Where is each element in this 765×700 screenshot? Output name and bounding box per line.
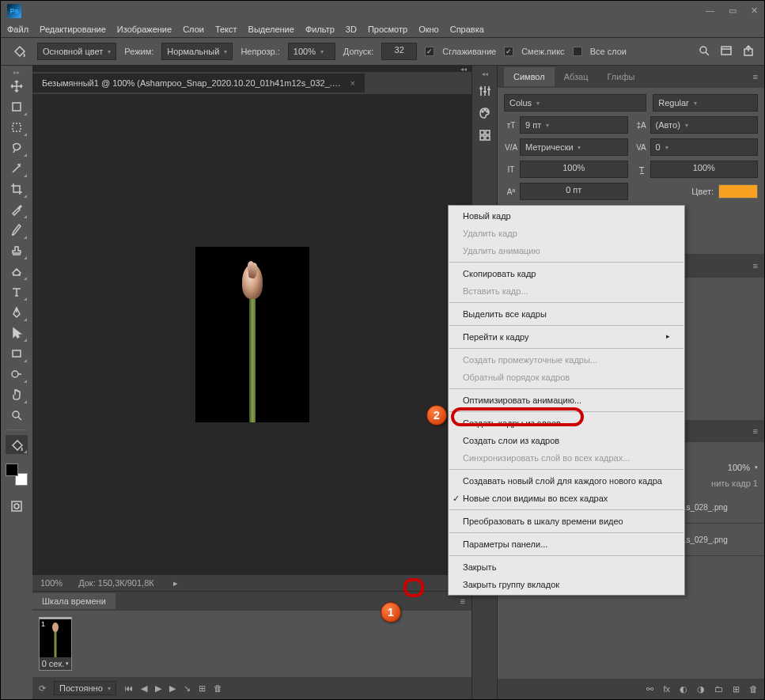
text-color-swatch[interactable] [718, 184, 758, 199]
mode-select[interactable]: Нормальный▾ [161, 43, 233, 60]
hscale-input[interactable]: 100% [650, 161, 759, 178]
prev-frame-button[interactable]: ◀ [141, 683, 147, 694]
delete-layer-icon[interactable]: 🗑 [749, 684, 758, 694]
new-group-icon[interactable]: 🗀 [714, 684, 723, 694]
color-icon[interactable] [478, 106, 492, 122]
pen-tool[interactable] [6, 303, 28, 322]
play-button[interactable]: ▶ [155, 683, 161, 694]
path-select-tool[interactable] [6, 324, 28, 342]
loop-icon[interactable]: ⟳ [39, 683, 46, 694]
tracking-select[interactable]: 0▾ [650, 138, 759, 156]
share-icon[interactable] [742, 44, 755, 59]
zoom-tool[interactable] [6, 406, 28, 425]
timeline-tab[interactable]: Шкала времени [32, 593, 116, 609]
tab-glyphs[interactable]: Глифы [598, 67, 645, 86]
quickmask-toggle[interactable] [6, 497, 28, 516]
layer-fx-icon[interactable]: fx [663, 684, 670, 694]
type-tool[interactable] [6, 282, 28, 301]
eyedropper-tool[interactable] [6, 200, 28, 219]
move-tool[interactable] [6, 77, 28, 96]
swatches-icon[interactable] [478, 128, 492, 144]
adjustments-icon[interactable] [478, 84, 492, 100]
menu-item[interactable]: Закрыть группу вкладок [449, 576, 684, 593]
menu-help[interactable]: Справка [450, 25, 484, 34]
loop-select[interactable]: Постоянно▾ [54, 681, 116, 695]
close-button[interactable]: ✕ [751, 6, 758, 16]
menu-edit[interactable]: Редактирование [40, 25, 106, 34]
menu-item[interactable]: Перейти к кадру [449, 328, 684, 346]
font-size-select[interactable]: 9 пт▾ [520, 116, 628, 134]
new-layer-icon[interactable]: ⊞ [733, 684, 740, 694]
lasso-tool[interactable] [6, 138, 28, 157]
baseline-input[interactable]: 0 пт [520, 183, 628, 200]
search-icon[interactable] [698, 44, 710, 59]
tolerance-input[interactable]: 32 [381, 43, 417, 60]
layer-mask-icon[interactable]: ◐ [680, 684, 687, 694]
menu-item[interactable]: Создать слои из кадров [449, 432, 684, 449]
kerning-select[interactable]: Метрически▾ [520, 138, 628, 156]
font-style-select[interactable]: Regular▾ [653, 94, 758, 112]
history-panel-menu-icon[interactable]: ≡ [747, 261, 764, 271]
font-family-select[interactable]: Colus▾ [504, 94, 646, 112]
magic-wand-tool[interactable] [6, 159, 28, 178]
close-tab-icon[interactable]: × [350, 78, 355, 88]
menu-file[interactable]: Файл [7, 25, 28, 34]
minimize-button[interactable]: — [706, 6, 714, 16]
first-frame-button[interactable]: ⏮ [124, 683, 133, 693]
all-layers-checkbox[interactable] [573, 47, 582, 56]
adjustment-layer-icon[interactable]: ◑ [697, 684, 705, 694]
menu-item[interactable]: Закрыть [449, 558, 684, 576]
bucket-tool[interactable] [6, 435, 28, 454]
menu-3d[interactable]: 3D [346, 25, 357, 34]
next-frame-button[interactable]: ▶ [169, 683, 176, 694]
contiguous-checkbox[interactable]: ✓ [504, 47, 513, 56]
vscale-input[interactable]: 100% [520, 161, 628, 178]
fill-opacity-value[interactable]: 100% [728, 463, 750, 472]
layers-panel-menu-icon[interactable]: ≡ [747, 426, 764, 436]
marquee-tool[interactable] [6, 118, 28, 137]
crop-tool[interactable] [6, 180, 28, 199]
brush-tool[interactable] [6, 221, 28, 240]
new-frame-button[interactable]: ⊞ [199, 683, 206, 694]
menu-view[interactable]: Просмотр [368, 25, 407, 34]
char-panel-menu-icon[interactable]: ≡ [747, 72, 764, 81]
timeline-menu-icon[interactable]: ≡ [454, 596, 471, 606]
timeline-frame[interactable]: 1 0 сек.▾ [39, 617, 72, 671]
foreground-color[interactable] [6, 464, 18, 476]
menu-item[interactable]: Скопировать кадр [449, 265, 684, 282]
canvas-viewport[interactable] [32, 94, 471, 575]
menu-item[interactable]: Преобразовать в шкалу времени видео [449, 513, 684, 530]
zoom-level[interactable]: 100% [40, 578, 62, 588]
tween-button[interactable]: ↘ [184, 683, 191, 694]
menu-layer[interactable]: Слои [183, 25, 204, 34]
maximize-button[interactable]: ▭ [729, 6, 737, 16]
menu-item[interactable]: Выделить все кадры [449, 305, 684, 323]
opacity-input[interactable]: 100%▾ [288, 43, 335, 60]
menu-item[interactable]: Новый кадр [449, 207, 684, 225]
stamp-tool[interactable] [6, 241, 28, 260]
link-layers-icon[interactable]: ⚯ [646, 684, 653, 694]
hand-tool[interactable] [6, 385, 28, 404]
leading-select[interactable]: (Авто)▾ [650, 116, 759, 134]
document-tab[interactable]: Безымянный1 @ 100% (Ashampoo_Snap_2020.1… [32, 74, 365, 93]
dodge-tool[interactable] [6, 365, 28, 384]
menu-image[interactable]: Изображение [117, 25, 172, 34]
artboard-tool[interactable] [6, 97, 28, 116]
color-swatches[interactable] [6, 464, 28, 486]
menu-text[interactable]: Текст [215, 25, 237, 34]
rectangle-tool[interactable] [6, 344, 28, 363]
eraser-tool[interactable] [6, 262, 28, 281]
menu-window[interactable]: Окно [418, 25, 439, 34]
menu-select[interactable]: Выделение [248, 25, 294, 34]
menu-item[interactable]: Параметры панели... [449, 535, 684, 553]
delete-frame-button[interactable]: 🗑 [214, 683, 222, 693]
workspace-icon[interactable] [720, 44, 733, 59]
menu-item[interactable]: Создавать новый слой для каждого нового … [449, 472, 684, 490]
menu-item[interactable]: Новые слои видимы во всех кадрах [449, 490, 684, 507]
tab-paragraph[interactable]: Абзац [555, 67, 598, 86]
fill-source-select[interactable]: Основной цвет▾ [37, 43, 116, 60]
menu-filter[interactable]: Фильтр [305, 25, 335, 34]
antialias-checkbox[interactable]: ✓ [425, 47, 434, 56]
tab-character[interactable]: Символ [504, 67, 555, 86]
menu-item[interactable]: Создать кадры из слоев [449, 414, 684, 432]
